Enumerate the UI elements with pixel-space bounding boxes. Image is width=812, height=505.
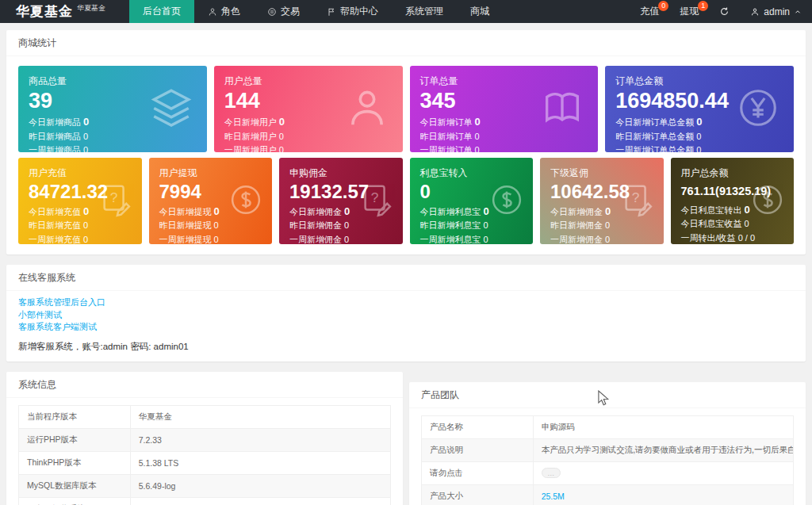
layers-icon xyxy=(148,85,194,134)
stat-subline: 昨日新增利息宝 0 xyxy=(420,219,523,233)
table-row: 请勿点击… xyxy=(422,461,794,484)
system-info-table: 当前程序版本华夏基金运行PHP版本7.2.33ThinkPHP版本5.1.38 … xyxy=(18,405,391,505)
table-row: MySQL数据库版本5.6.49-log xyxy=(19,474,391,497)
table-row: 运行PHP版本7.2.33 xyxy=(19,428,391,451)
table-label: 当前程序版本 xyxy=(19,405,131,428)
product-team-panel: 产品团队 产品名称申购源码产品说明本产品只为学习测试交流,请勿要做商业或者用于违… xyxy=(409,382,806,505)
stat-subline: 一周新增充值 0 xyxy=(29,233,132,244)
stats-row-2: 用户充值84721.32今日新增充值 0昨日新增充值 0一周新增充值 0?用户提… xyxy=(18,158,794,244)
dollar-icon xyxy=(488,182,525,221)
card-user-withdraw: 用户提现7994今日新增提现 0昨日新增提现 0一周新增提现 0 xyxy=(149,158,273,244)
table-row: ThinkPHP版本5.1.38 LTS xyxy=(19,451,391,474)
nav-item-label: 商城 xyxy=(470,5,489,18)
nav-item-trade[interactable]: 交易 xyxy=(254,0,313,23)
do-not-click-button[interactable]: … xyxy=(542,468,561,478)
nav-item-dashboard[interactable]: 后台首页 xyxy=(129,0,194,23)
table-value: 本产品只为学习测试交流,请勿要做商业或者用于违法行为,一切后果自负 xyxy=(542,445,794,454)
stats-row-1: 商品总量39今日新增商品 0昨日新增商品 0一周新增商品 0用户总量144今日新… xyxy=(18,66,794,152)
user-menu[interactable]: admin xyxy=(740,0,812,23)
svg-text:?: ? xyxy=(109,189,117,205)
withdraw-label: 提现 xyxy=(680,5,699,18)
username: admin xyxy=(764,6,790,17)
withdraw-badge: 1 xyxy=(698,1,708,11)
system-info-panel: 系统信息 当前程序版本华夏基金运行PHP版本7.2.33ThinkPHP版本5.… xyxy=(6,372,403,505)
table-label: ThinkPHP版本 xyxy=(19,451,131,474)
nav-item-help-center[interactable]: 帮助中心 xyxy=(313,0,392,23)
bottom-row: 系统信息 当前程序版本华夏基金运行PHP版本7.2.33ThinkPHP版本5.… xyxy=(6,372,806,505)
nav-item-label: 交易 xyxy=(281,5,300,18)
table-value: 5.1.38 LTS xyxy=(139,458,179,468)
card-subscribe-commission: 申购佣金19132.57今日新增佣金 0昨日新增佣金 0一周新增佣金 0? xyxy=(279,158,403,244)
service-note: 新增客服系统，账号:admin 密码: admin01 xyxy=(18,341,794,353)
mall-stats-title: 商城统计 xyxy=(6,30,806,56)
file-question-icon: ? xyxy=(358,182,395,221)
coin-icon xyxy=(267,7,277,17)
file-question-icon: ? xyxy=(98,182,134,221)
chevron-up-icon xyxy=(794,8,802,16)
card-total-orders: 订单总量345今日新增订单 0昨日新增订单 0一周新增订单 0 xyxy=(410,66,599,152)
nav-item-label: 角色 xyxy=(221,5,240,18)
card-total-products: 商品总量39今日新增商品 0昨日新增商品 0一周新增商品 0 xyxy=(18,66,207,152)
stat-subline: 一周新增提现 0 xyxy=(159,233,262,244)
stat-subline: 一周新增商品 0 xyxy=(29,143,197,152)
table-row: 服务器操作系统Linux xyxy=(19,497,391,505)
card-total-users: 用户总量144今日新增用户 0昨日新增用户 0一周新增用户 0 xyxy=(214,66,403,152)
file-question-icon: ? xyxy=(619,182,656,221)
card-interest-transfer-in: 利息宝转入0今日新增利息宝 0昨日新增利息宝 0一周新增利息宝 0 xyxy=(410,158,534,244)
system-info-title: 系统信息 xyxy=(6,372,403,398)
dollar-icon xyxy=(749,182,786,221)
user-icon xyxy=(750,7,760,17)
stat-subline: 一周新增用户 0 xyxy=(224,143,393,152)
service-link-1[interactable]: 小部件测试 xyxy=(18,309,794,322)
book-icon xyxy=(539,85,585,134)
svg-text:?: ? xyxy=(370,189,378,205)
table-label: 服务器操作系统 xyxy=(19,497,131,505)
card-total-order-amount: 订单总金额1694850.44今日新增订单总金额 0昨日新增订单总金额 0一周新… xyxy=(605,66,794,152)
stat-subline: 一周新增佣金 0 xyxy=(550,233,653,244)
recharge-badge: 0 xyxy=(658,1,668,11)
stat-subline: 一周转出/收益 0 / 0 xyxy=(681,231,784,245)
table-label: 产品大小 xyxy=(422,484,534,505)
nav-item-label: 后台首页 xyxy=(143,5,181,18)
service-link-0[interactable]: 客服系统管理后台入口 xyxy=(18,296,794,309)
table-value: 华夏基金 xyxy=(139,411,172,421)
stat-subline: 昨日新增充值 0 xyxy=(29,219,132,233)
product-team-rows: 产品名称申购源码产品说明本产品只为学习测试交流,请勿要做商业或者用于违法行为,一… xyxy=(422,415,794,505)
stat-subline: 昨日新增提现 0 xyxy=(159,219,262,233)
table-row: 产品名称申购源码 xyxy=(422,415,794,438)
stat-subline: 昨日新增佣金 0 xyxy=(289,219,393,233)
service-link-2[interactable]: 客服系统客户端测试 xyxy=(18,321,794,334)
stat-card-title: 下级返佣 xyxy=(550,166,653,180)
table-row: 当前程序版本华夏基金 xyxy=(19,405,391,428)
table-value: 7.2.33 xyxy=(139,435,162,445)
recharge-button[interactable]: 充值 0 xyxy=(630,0,669,23)
stat-subline: 一周新增订单 0 xyxy=(420,143,588,152)
card-subordinate-rebate: 下级返佣10642.58今日新增佣金 0昨日新增佣金 0一周新增佣金 0? xyxy=(540,158,664,244)
withdraw-button[interactable]: 提现 1 xyxy=(669,0,709,23)
product-team-table: 产品名称申购源码产品说明本产品只为学习测试交流,请勿要做商业或者用于违法行为,一… xyxy=(421,415,794,505)
stat-subline: 一周新增订单总金额 0 xyxy=(615,143,783,152)
table-value: 5.6.49-log xyxy=(139,481,176,491)
nav-item-roles[interactable]: 角色 xyxy=(194,0,254,23)
dollar-icon xyxy=(228,182,264,221)
table-label: MySQL数据库版本 xyxy=(19,474,131,497)
app-logo[interactable]: 华夏基金 华夏基金 xyxy=(0,0,118,23)
person-icon xyxy=(208,7,217,17)
stat-card-title: 申购佣金 xyxy=(289,166,393,180)
table-label: 产品说明 xyxy=(422,438,534,461)
stat-card-title: 用户总余额 xyxy=(681,166,784,180)
mall-stats-panel: 商城统计 商品总量39今日新增商品 0昨日新增商品 0一周新增商品 0用户总量1… xyxy=(6,30,806,254)
table-label: 运行PHP版本 xyxy=(19,428,131,451)
stat-card-title: 用户提现 xyxy=(159,166,262,180)
stat-subline: 昨日新增佣金 0 xyxy=(550,219,653,233)
refresh-button[interactable] xyxy=(709,0,740,23)
table-row: 产品大小25.5M xyxy=(422,484,794,505)
nav-item-system-manage[interactable]: 系统管理 xyxy=(392,0,457,23)
service-panel-title: 在线客服系统 xyxy=(6,265,806,291)
product-team-title: 产品团队 xyxy=(409,382,806,408)
nav-item-mall[interactable]: 商城 xyxy=(457,0,503,23)
system-info-rows: 当前程序版本华夏基金运行PHP版本7.2.33ThinkPHP版本5.1.38 … xyxy=(19,405,391,505)
table-value-link[interactable]: 25.5M xyxy=(542,492,565,501)
stat-card-title: 用户充值 xyxy=(29,166,132,180)
service-links: 客服系统管理后台入口小部件测试客服系统客户端测试 xyxy=(18,296,794,334)
